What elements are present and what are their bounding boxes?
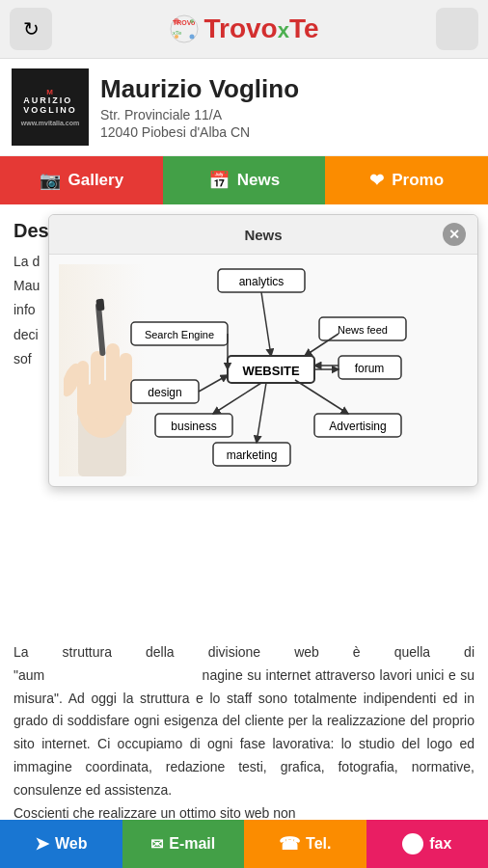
svg-rect-10	[106, 343, 120, 416]
logo-text: TrovoxTe	[203, 14, 318, 44]
gallery-label: Gallery	[68, 171, 124, 190]
calendar-icon: 📅	[208, 170, 230, 191]
business-header: M AURIZIOVOGLINO www.mvitalia.com Mauriz…	[0, 59, 488, 156]
svg-line-34	[261, 292, 271, 356]
svg-rect-14	[95, 303, 106, 356]
svg-line-41	[295, 380, 348, 414]
business-info: Maurizio Voglino Str. Provinciale 11/A 1…	[100, 74, 299, 139]
business-address-1: Str. Provinciale 11/A	[100, 107, 299, 122]
logo-te: Te	[289, 14, 319, 43]
heart-icon: ❤	[369, 170, 384, 191]
promo-label: Promo	[392, 171, 444, 190]
svg-text:forum: forum	[355, 362, 385, 375]
logo-x: x	[278, 18, 289, 42]
news-popup-content: analytics Search Engine design WEBSITE f…	[49, 255, 477, 486]
svg-point-4	[190, 19, 194, 23]
svg-line-39	[213, 383, 261, 414]
fax-label: fax	[429, 835, 451, 853]
fax-icon	[402, 833, 423, 854]
news-popup: News ✕	[48, 214, 478, 487]
email-button[interactable]: ✉ E-mail	[122, 820, 245, 868]
logo-trovo: Trovo	[203, 14, 277, 43]
svg-text:WEBSITE: WEBSITE	[242, 364, 300, 378]
logo-icon: TROVo xTe	[169, 14, 200, 44]
web-label: Web	[55, 835, 87, 853]
email-label: E-mail	[169, 835, 215, 853]
svg-line-40	[257, 383, 266, 443]
news-popup-title: News	[84, 227, 443, 243]
camera-icon: 📷	[40, 170, 61, 191]
business-logo: M AURIZIOVOGLINO www.mvitalia.com	[12, 68, 89, 146]
svg-point-6	[190, 35, 195, 40]
bottom-bar: ➤ Web ✉ E-mail ☎ Tel. fax	[0, 820, 488, 868]
svg-text:business: business	[171, 420, 216, 433]
business-logo-url: www.mvitalia.com	[21, 120, 79, 126]
svg-line-36	[199, 375, 228, 392]
news-label: News	[237, 171, 280, 190]
web-button[interactable]: ➤ Web	[0, 820, 122, 868]
phone-icon: ☎	[279, 833, 300, 854]
business-address-2: 12040 Piobesi d'Alba CN	[100, 124, 299, 140]
tel-button[interactable]: ☎ Tel.	[244, 820, 366, 868]
gallery-button[interactable]: 📷 Gallery	[0, 156, 163, 204]
svg-text:Advertising: Advertising	[329, 420, 386, 433]
business-name: Maurizio Voglino	[100, 74, 299, 104]
back-icon: ↻	[23, 17, 40, 41]
fax-button[interactable]: fax	[366, 820, 489, 868]
main-content: Des La d Voglino Mau settore info ziende…	[0, 204, 488, 840]
svg-text:Search Engine: Search Engine	[145, 329, 214, 340]
desc-para-1: La struttura della divisione web è quell…	[14, 641, 474, 802]
svg-point-3	[174, 18, 179, 24]
svg-text:xTe: xTe	[173, 30, 182, 36]
news-button[interactable]: 📅 News	[163, 156, 326, 204]
action-buttons: 📷 Gallery 📅 News ❤ Promo	[0, 156, 488, 204]
svg-text:News feed: News feed	[338, 324, 388, 336]
email-icon: ✉	[150, 835, 163, 854]
news-popup-header: News ✕	[49, 215, 477, 255]
svg-text:marketing: marketing	[227, 448, 278, 462]
top-bar: ↻ TROVo xTe TrovoxTe ⁤	[0, 0, 488, 59]
svg-rect-15	[95, 299, 104, 312]
description-body: La struttura della divisione web è quell…	[14, 641, 474, 825]
close-button[interactable]: ✕	[443, 223, 466, 246]
svg-point-5	[175, 35, 178, 39]
logo: TROVo xTe TrovoxTe	[169, 14, 318, 44]
back-button[interactable]: ↻	[10, 8, 52, 50]
web-icon: ➤	[35, 833, 49, 854]
grid-button[interactable]: ⁤	[436, 8, 478, 50]
svg-text:design: design	[148, 386, 181, 399]
tel-label: Tel.	[306, 835, 331, 853]
diagram-svg: analytics Search Engine design WEBSITE f…	[126, 264, 425, 476]
promo-button[interactable]: ❤ Promo	[325, 156, 488, 204]
svg-rect-9	[91, 351, 104, 419]
svg-text:analytics: analytics	[239, 275, 285, 288]
